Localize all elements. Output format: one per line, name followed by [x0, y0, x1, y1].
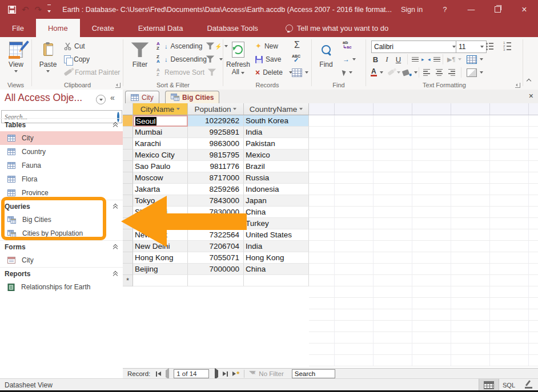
toggle-filter-button[interactable]	[207, 67, 217, 78]
cell-cityname[interactable]: Mexico City	[133, 149, 188, 161]
collapse-section-icon[interactable]	[113, 271, 118, 277]
gridlines-button[interactable]	[467, 54, 483, 65]
tab-file[interactable]: File	[0, 19, 36, 37]
filter-dropdown-icon[interactable]	[176, 108, 180, 110]
increase-indent-button[interactable]: ▸	[412, 54, 424, 65]
close-document-icon[interactable]: ×	[529, 92, 533, 100]
cell-population[interactable]: 7000000	[188, 264, 244, 275]
ascending-button[interactable]: AZ↓ Ascending	[156, 41, 203, 52]
filter-button[interactable]: Filter	[127, 39, 153, 80]
cell-countryname[interactable]: India	[244, 241, 309, 252]
cell-countryname[interactable]: Brazil	[244, 161, 309, 172]
paste-button[interactable]: Paste	[35, 39, 61, 80]
collapse-section-icon[interactable]	[113, 122, 118, 128]
italic-button[interactable]: I	[382, 54, 392, 65]
font-name-combo[interactable]: Calibri	[371, 41, 459, 53]
cell-countryname[interactable]: South Korea	[244, 115, 309, 127]
background-color-button[interactable]	[403, 67, 417, 78]
tell-me-box[interactable]: Tell me what you want to do	[274, 19, 400, 37]
cell-countryname[interactable]: Turkey	[244, 218, 309, 229]
select-button[interactable]	[343, 67, 352, 78]
cell-countryname[interactable]: Indonesia	[244, 184, 309, 195]
descending-button[interactable]: ZA↓ Descending	[156, 54, 207, 65]
redo-icon[interactable]: ↷	[35, 5, 42, 15]
tab-home[interactable]: Home	[36, 19, 80, 37]
collapse-section-icon[interactable]	[113, 244, 118, 250]
first-record-button[interactable]	[156, 371, 161, 377]
save-icon[interactable]	[8, 6, 16, 14]
last-record-button[interactable]	[223, 371, 228, 377]
text-formatting-dialog-launcher-icon[interactable]	[515, 83, 520, 88]
row-selector[interactable]	[123, 149, 133, 161]
save-record-button[interactable]: Save	[255, 54, 281, 65]
cell-countryname[interactable]: Mexico	[244, 149, 309, 161]
cell-cityname[interactable]: Seoul	[133, 115, 188, 127]
alternate-row-color-button[interactable]	[467, 67, 483, 78]
cell-countryname[interactable]: Hong Kong	[244, 252, 309, 264]
record-position-box[interactable]: 1 of 14	[174, 369, 209, 378]
cell-population[interactable]: 7206704	[188, 241, 244, 252]
bold-button[interactable]: B	[371, 54, 380, 65]
nav-item-city[interactable]: City	[0, 253, 123, 267]
nav-item-relationships-for-earth[interactable]: Relationships for Earth	[0, 280, 123, 294]
more-button[interactable]	[292, 67, 308, 78]
customize-qat-icon[interactable]	[47, 5, 51, 14]
cell-cityname[interactable]	[133, 275, 188, 286]
cell-countryname[interactable]	[244, 275, 309, 286]
collapse-ribbon-button[interactable]	[527, 78, 532, 86]
table-row[interactable]: Jakarta8259266Indonesia	[123, 184, 309, 195]
nav-pane-menu-button[interactable]	[96, 95, 106, 104]
cell-population[interactable]: 9815795	[188, 149, 244, 161]
goto-button[interactable]: →	[343, 54, 356, 65]
nav-item-flora[interactable]: Flora	[0, 172, 123, 186]
datasheet-select-all-corner[interactable]	[123, 103, 133, 115]
row-selector[interactable]	[123, 172, 133, 184]
tab-create[interactable]: Create	[80, 19, 126, 37]
collapse-section-icon[interactable]	[113, 204, 118, 209]
filter-dropdown-icon[interactable]	[299, 108, 303, 110]
sql-view-button[interactable]: SQL	[499, 379, 519, 391]
cell-cityname[interactable]: Jakarta	[133, 184, 188, 195]
cell-countryname[interactable]: China	[244, 264, 309, 275]
align-right-button[interactable]	[448, 67, 455, 78]
cell-population[interactable]: 7843000	[188, 195, 244, 207]
bullets-button[interactable]	[486, 41, 493, 52]
cell-population[interactable]: 8717000	[188, 172, 244, 184]
filter-dropdown-icon[interactable]	[233, 108, 236, 110]
row-selector[interactable]	[123, 252, 133, 264]
row-selector[interactable]	[123, 184, 133, 195]
row-selector[interactable]	[123, 138, 133, 149]
cell-population[interactable]: 10229262	[188, 115, 244, 127]
cell-countryname[interactable]: Japan	[244, 195, 309, 207]
new-record-row[interactable]: *	[123, 275, 309, 286]
cell-countryname[interactable]: United States	[244, 229, 309, 241]
column-header-population[interactable]: Population	[188, 103, 244, 115]
cell-cityname[interactable]: Beijing	[133, 264, 188, 275]
font-color-button[interactable]: A	[371, 67, 383, 78]
no-filter-button[interactable]: No Filter	[249, 370, 283, 377]
help-button[interactable]: ?	[432, 0, 458, 19]
datasheet-view-button[interactable]	[479, 379, 499, 391]
row-selector[interactable]	[123, 115, 133, 127]
replace-button[interactable]: ab ↳ac	[343, 39, 352, 51]
cell-population[interactable]: 9925891	[188, 127, 244, 138]
table-row[interactable]: Hong Kong7055071Hong Kong	[123, 252, 309, 264]
clipboard-dialog-launcher-icon[interactable]	[115, 83, 121, 88]
document-tab-big-cities[interactable]: Big Cities	[165, 91, 219, 103]
table-row[interactable]: Karachi9863000Pakistan	[123, 138, 309, 149]
table-row[interactable]: Seoul10229262South Korea	[123, 115, 309, 127]
row-selector[interactable]	[123, 161, 133, 172]
remove-sort-button[interactable]: AZ Remove Sort	[156, 67, 204, 78]
nav-section-header-forms[interactable]: Forms	[0, 240, 123, 253]
table-row[interactable]: Sao Paulo9811776Brazil	[123, 161, 309, 172]
view-button[interactable]: View	[5, 39, 27, 80]
align-center-button[interactable]	[436, 67, 443, 78]
table-row[interactable]: Mexico City9815795Mexico	[123, 149, 309, 161]
next-record-button[interactable]	[215, 370, 218, 377]
nav-section-header-tables[interactable]: Tables	[0, 118, 123, 131]
cut-button[interactable]: Cut	[64, 41, 85, 52]
shutter-close-button[interactable]: «	[110, 93, 115, 102]
cell-population[interactable]: 8259266	[188, 184, 244, 195]
column-header-countryname[interactable]: CountryName	[244, 103, 309, 115]
table-row[interactable]: Moscow8717000Russia	[123, 172, 309, 184]
